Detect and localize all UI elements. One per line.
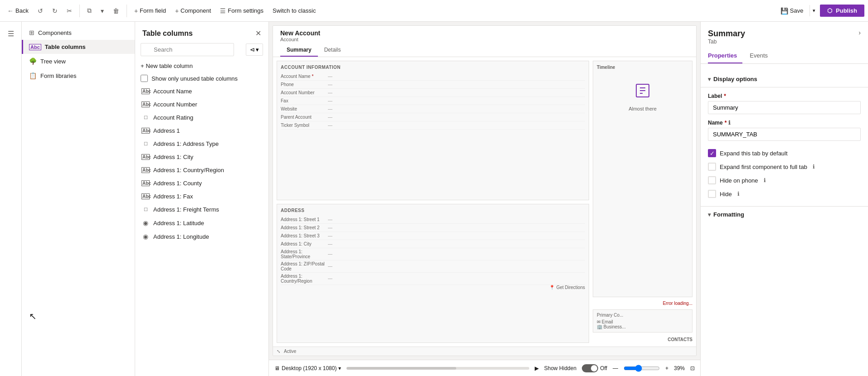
almost-there-icon [634, 82, 651, 102]
cut-icon: ✂ [67, 7, 72, 14]
expand-full-row[interactable]: Expand first component to full tab ℹ [708, 160, 861, 174]
field-name: Address 1: County [153, 180, 202, 187]
sidebar-item-form-libraries[interactable]: 📋 Form libraries [22, 68, 135, 83]
list-item[interactable]: Abc Address 1: Country/Region [135, 164, 268, 177]
address-section: ADDRESS Address 1: Street 1 — Address 1:… [277, 204, 589, 343]
sidebar-item-table-columns[interactable]: Abc Table columns [22, 40, 135, 54]
form-settings-button[interactable]: ☰ Form settings [216, 5, 267, 16]
save-button[interactable]: 💾 Save [776, 5, 808, 17]
list-item[interactable]: Abc Address 1 [135, 124, 268, 137]
zoom-slider[interactable] [624, 365, 660, 372]
switch-classic-button[interactable]: Switch to classic [269, 5, 319, 16]
desktop-selector-button[interactable]: 🖥 Desktop (1920 x 1080) ▾ [274, 365, 341, 371]
name-field-label: Name * ℹ [708, 120, 861, 126]
dropdown-button[interactable]: ▾ [97, 5, 107, 16]
required-star-2: * [725, 120, 727, 126]
list-item[interactable]: Abc Address 1: County [135, 177, 268, 190]
left-nav-panel: ⊞ Components Abc Table columns 🌳 Tree vi… [22, 22, 135, 376]
toggle-track[interactable] [582, 364, 598, 372]
list-item[interactable]: Abc Address 1: City [135, 150, 268, 164]
label-field-label: Label * [708, 93, 861, 99]
save-dropdown-button[interactable]: ▾ [809, 5, 818, 16]
field-name: Address 1 [153, 127, 180, 134]
field-value: — [326, 225, 585, 231]
redo-button[interactable]: ↻ [49, 5, 61, 16]
name-info-icon[interactable]: ℹ [728, 120, 731, 126]
expand-full-info-icon[interactable]: ℹ [813, 164, 815, 170]
horizontal-scrollbar[interactable] [346, 367, 529, 370]
label-input[interactable] [708, 101, 861, 114]
spacer [708, 87, 861, 93]
timeline-section: Timeline Almost there [593, 61, 692, 297]
back-button[interactable]: ← Back [4, 5, 32, 16]
tc-close-button[interactable]: ✕ [255, 29, 261, 38]
list-item[interactable]: ☐ Address 1: Freight Terms [135, 203, 268, 216]
tab-events[interactable]: Events [750, 48, 773, 63]
search-input[interactable] [141, 43, 234, 56]
expand-tab-row[interactable]: ✓ Expand this tab by default [708, 146, 861, 160]
sidebar-item-tree-view[interactable]: 🌳 Tree view [22, 54, 135, 68]
form-row: Account Number — [281, 89, 585, 97]
table-columns-label: Table columns [45, 43, 86, 50]
form-settings-label: Form settings [228, 7, 263, 14]
toggle-state-label: Off [600, 365, 607, 371]
field-label: Address 1: Street 3 [281, 233, 326, 238]
hide-phone-row[interactable]: Hide on phone ℹ [708, 174, 861, 187]
field-label: Account Name * [281, 74, 326, 79]
get-directions[interactable]: 📍 Get Directions [281, 285, 585, 290]
formatting-header[interactable]: ▾ Formatting [708, 207, 861, 222]
list-item[interactable]: Abc Account Name [135, 85, 268, 98]
table-columns-panel: Table columns ✕ 🔍 ⊲ ▾ + New table column… [135, 22, 269, 376]
hide-info-icon[interactable]: ℹ [737, 191, 740, 197]
field-value: — [326, 217, 585, 222]
undo-button[interactable]: ↺ [34, 5, 47, 16]
cut-button[interactable]: ✂ [63, 5, 76, 16]
hide-row[interactable]: Hide ℹ [708, 187, 861, 201]
account-info-section: ACCOUNT INFORMATION Account Name * — Pho… [277, 61, 589, 200]
back-icon: ← [7, 7, 14, 14]
hide-phone-info-icon[interactable]: ℹ [764, 177, 766, 183]
add-component-button[interactable]: + Component [171, 5, 215, 16]
hide-phone-checkbox[interactable] [708, 176, 716, 184]
new-table-column-button[interactable]: + New table column [135, 60, 268, 72]
list-item[interactable]: Abc Account Number [135, 98, 268, 111]
show-unused-checkbox[interactable] [141, 75, 148, 82]
tab-properties[interactable]: Properties [708, 48, 742, 63]
list-item[interactable]: Abc Address 1: Fax [135, 190, 268, 203]
form-row: Website — [281, 105, 585, 113]
list-item[interactable]: ◉ Address 1: Longitude [135, 230, 268, 243]
save-label: Save [790, 7, 804, 14]
save-icon: 💾 [780, 7, 788, 14]
sidebar-item-components[interactable]: ⊞ Components [22, 25, 135, 40]
form-row: Account Name * — [281, 72, 585, 81]
list-item[interactable]: ◉ Address 1: Latitude [135, 216, 268, 230]
filter-button[interactable]: ⊲ ▾ [246, 43, 263, 56]
zoom-control [624, 365, 660, 372]
tab-details[interactable]: Details [318, 44, 347, 57]
display-options-header[interactable]: ▾ Display options [708, 71, 861, 87]
expand-tab-checkbox[interactable]: ✓ [708, 149, 716, 157]
name-input[interactable] [708, 128, 861, 141]
get-directions-label: Get Directions [556, 285, 585, 290]
add-form-field-button[interactable]: + Form field [131, 5, 170, 16]
list-item[interactable]: ☐ Account Rating [135, 111, 268, 124]
form-header: New Account Account Summary Details [273, 26, 696, 57]
hamburger-menu-button[interactable]: ☰ [3, 25, 19, 42]
publish-button[interactable]: ⬡ Publish [820, 5, 864, 17]
field-label: Account Number [281, 90, 326, 95]
form-tabs: Summary Details [280, 44, 689, 57]
delete-button[interactable]: 🗑 [109, 5, 123, 16]
tab-summary[interactable]: Summary [280, 44, 318, 57]
expand-full-checkbox[interactable] [708, 163, 716, 171]
form-row: Address 1: Street 3 — [281, 232, 585, 240]
rp-chevron-button[interactable]: › [858, 29, 861, 36]
show-hidden-toggle[interactable]: Off [582, 364, 607, 372]
hide-checkbox[interactable] [708, 190, 716, 198]
show-unused-checkbox-row[interactable]: Show only unused table columns [135, 72, 268, 85]
fit-to-screen-button[interactable]: ⊡ [690, 365, 695, 371]
copy-button[interactable]: ⧉ [83, 5, 95, 16]
label-text: Label [708, 93, 722, 99]
field-value: — [326, 275, 585, 281]
table-columns-title: Table columns [142, 29, 193, 38]
list-item[interactable]: ☐ Address 1: Address Type [135, 137, 268, 150]
